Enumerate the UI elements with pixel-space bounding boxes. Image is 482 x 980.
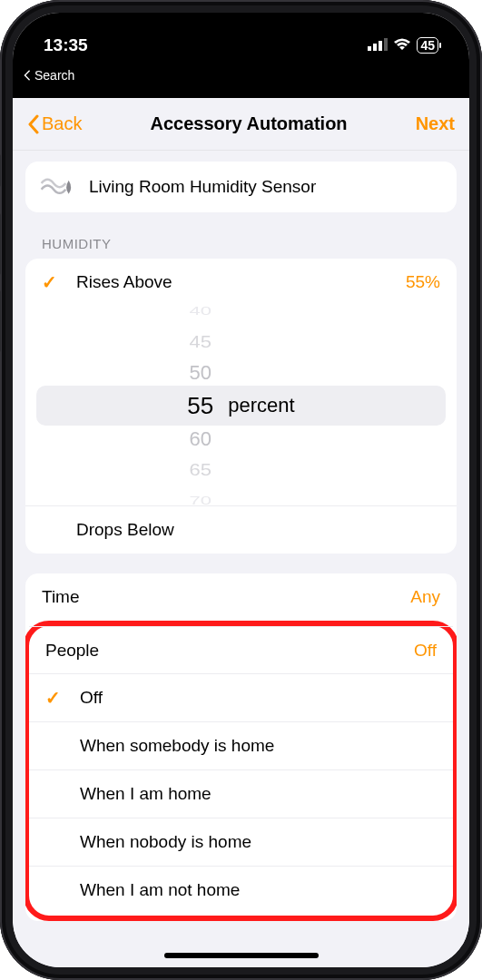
picker-opt: 45 [187, 332, 213, 351]
option-label: When somebody is home [80, 736, 437, 756]
people-value: Off [414, 641, 437, 661]
picker-selected: 55 [187, 392, 213, 420]
cellular-icon [368, 35, 388, 55]
people-option-i-not-home[interactable]: ✓ When I am not home [29, 866, 453, 914]
people-option-off[interactable]: ✓ Off [29, 673, 453, 721]
time-row[interactable]: Time Any [25, 573, 457, 621]
people-highlight: People Off ✓ Off ✓ When somebody is home [25, 621, 457, 921]
page-title: Accessory Automation [151, 113, 348, 134]
home-indicator[interactable] [164, 953, 319, 958]
check-placeholder: ✓ [45, 783, 69, 805]
conditions-card: Time Any People Off ✓ Off ✓ [25, 573, 457, 921]
drops-label: Drops Below [76, 520, 440, 540]
option-label: Off [80, 688, 437, 708]
option-label: When I am home [80, 784, 437, 804]
back-label: Back [42, 113, 82, 134]
rises-above-row[interactable]: ✓ Rises Above 55% [25, 259, 457, 306]
wifi-icon [393, 35, 411, 55]
svg-rect-3 [384, 38, 388, 51]
humidity-picker[interactable]: 40 45 50 55 60 65 70 percent [25, 306, 457, 505]
humidity-icon [40, 174, 76, 200]
svg-rect-0 [368, 46, 371, 51]
battery-icon: 45 [417, 37, 438, 54]
breadcrumb-label: Search [34, 68, 74, 83]
humidity-section-label: HUMIDITY [25, 236, 457, 259]
option-label: When nobody is home [80, 832, 437, 852]
picker-opt: 65 [187, 460, 213, 479]
humidity-card: ✓ Rises Above 55% 40 45 50 55 60 65 [25, 259, 457, 554]
back-button[interactable]: Back [27, 113, 82, 134]
check-placeholder: ✓ [42, 519, 65, 541]
accessory-name: Living Room Humidity Sensor [89, 177, 316, 197]
svg-rect-2 [379, 41, 382, 51]
people-option-i-am-home[interactable]: ✓ When I am home [29, 769, 453, 818]
status-time: 13:35 [44, 35, 88, 55]
nav-bar: Back Accessory Automation Next [13, 98, 469, 151]
picker-opt: 50 [187, 361, 213, 385]
dynamic-island [172, 31, 310, 67]
check-placeholder: ✓ [45, 879, 69, 901]
option-label: When I am not home [80, 880, 437, 900]
check-icon: ✓ [45, 687, 69, 709]
accessory-card[interactable]: Living Room Humidity Sensor [25, 162, 457, 212]
next-button[interactable]: Next [416, 113, 455, 134]
picker-opt: 40 [187, 306, 213, 318]
time-value: Any [410, 587, 440, 607]
people-label: People [45, 641, 414, 661]
people-option-somebody-home[interactable]: ✓ When somebody is home [29, 721, 453, 769]
time-label: Time [42, 587, 410, 607]
people-row[interactable]: People Off [29, 626, 453, 673]
picker-unit: percent [228, 394, 294, 417]
people-option-nobody-home[interactable]: ✓ When nobody is home [29, 818, 453, 866]
rises-value: 55% [406, 272, 440, 292]
picker-opt: 70 [187, 494, 213, 505]
svg-rect-1 [373, 44, 377, 51]
rises-label: Rises Above [76, 272, 406, 292]
drops-below-row[interactable]: ✓ Drops Below [25, 505, 457, 554]
picker-opt: 60 [187, 427, 213, 451]
check-placeholder: ✓ [45, 831, 69, 853]
check-placeholder: ✓ [45, 735, 69, 757]
check-icon: ✓ [42, 271, 65, 293]
breadcrumb-back[interactable]: Search [13, 65, 469, 89]
